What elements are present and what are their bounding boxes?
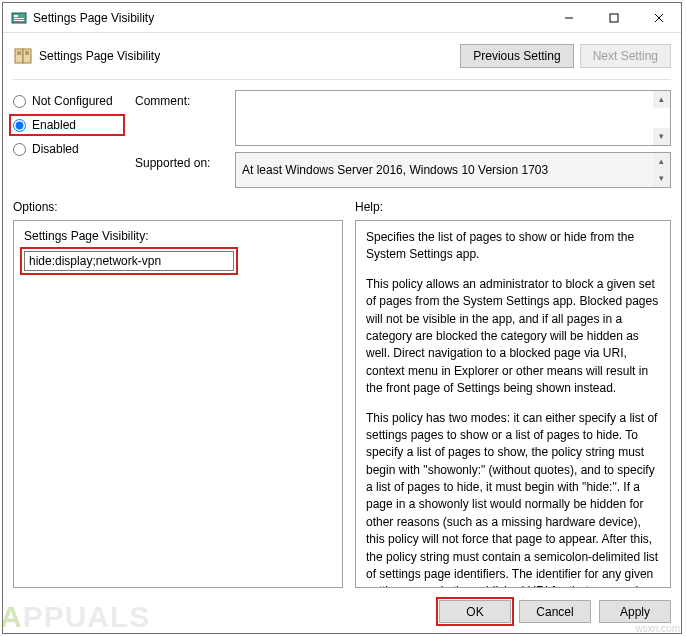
minimize-button[interactable] <box>546 3 591 32</box>
window-title: Settings Page Visibility <box>33 11 546 25</box>
help-header: Help: <box>355 200 671 214</box>
comment-row: Comment: ▴ ▾ <box>135 90 671 146</box>
supported-scroll: ▴ ▾ <box>653 153 670 187</box>
dialog-buttons: OK Cancel Apply <box>13 594 671 623</box>
scroll-up-icon[interactable]: ▴ <box>653 153 670 170</box>
next-setting-button[interactable]: Next Setting <box>580 44 671 68</box>
close-button[interactable] <box>636 3 681 32</box>
policy-title: Settings Page Visibility <box>39 49 454 63</box>
supported-textarea: At least Windows Server 2016, Windows 10… <box>235 152 671 188</box>
cancel-button[interactable]: Cancel <box>519 600 591 623</box>
help-paragraph: This policy has two modes: it can either… <box>366 410 660 588</box>
header-row: Settings Page Visibility Previous Settin… <box>13 41 671 71</box>
previous-setting-button[interactable]: Previous Setting <box>460 44 573 68</box>
comment-label: Comment: <box>135 90 225 146</box>
radio-enabled-label: Enabled <box>32 118 76 132</box>
supported-label: Supported on: <box>135 152 225 188</box>
svg-rect-3 <box>14 20 24 21</box>
scroll-down-icon[interactable]: ▾ <box>653 128 670 145</box>
policy-icon <box>13 46 33 66</box>
radio-not-configured[interactable]: Not Configured <box>13 94 121 108</box>
options-header: Options: <box>13 200 343 214</box>
scroll-up-icon[interactable]: ▴ <box>653 91 670 108</box>
svg-rect-8 <box>15 49 23 63</box>
radio-enabled-input[interactable] <box>13 119 26 132</box>
radio-enabled[interactable]: Enabled <box>13 118 121 132</box>
svg-rect-5 <box>610 14 618 22</box>
supported-row: Supported on: At least Windows Server 20… <box>135 152 671 188</box>
panels: Settings Page Visibility: Specifies the … <box>13 220 671 588</box>
maximize-button[interactable] <box>591 3 636 32</box>
help-paragraph: Specifies the list of pages to show or h… <box>366 229 660 264</box>
radio-not-configured-label: Not Configured <box>32 94 113 108</box>
setting-field-label: Settings Page Visibility: <box>24 229 332 243</box>
svg-rect-9 <box>23 49 31 63</box>
dialog-window: Settings Page Visibility Settings Page V… <box>2 2 682 634</box>
radio-disabled[interactable]: Disabled <box>13 142 121 156</box>
svg-rect-1 <box>14 15 18 17</box>
radio-disabled-input[interactable] <box>13 143 26 156</box>
scroll-down-icon[interactable]: ▾ <box>653 170 670 187</box>
app-icon <box>11 10 27 26</box>
options-panel: Settings Page Visibility: <box>13 220 343 588</box>
comment-textarea[interactable]: ▴ ▾ <box>235 90 671 146</box>
window-buttons <box>546 3 681 32</box>
radio-not-configured-input[interactable] <box>13 95 26 108</box>
state-radio-group: Not Configured Enabled Disabled <box>13 90 121 188</box>
titlebar: Settings Page Visibility <box>3 3 681 33</box>
section-headers: Options: Help: <box>13 200 671 214</box>
help-panel: Specifies the list of pages to show or h… <box>355 220 671 588</box>
comment-scroll: ▴ ▾ <box>653 91 670 145</box>
supported-value: At least Windows Server 2016, Windows 10… <box>242 162 548 179</box>
settings-page-visibility-input[interactable] <box>24 251 234 271</box>
radio-disabled-label: Disabled <box>32 142 79 156</box>
ok-button[interactable]: OK <box>439 600 511 623</box>
divider <box>13 79 671 80</box>
help-paragraph: This policy allows an administrator to b… <box>366 276 660 398</box>
apply-button[interactable]: Apply <box>599 600 671 623</box>
svg-rect-2 <box>14 18 24 19</box>
upper-section: Not Configured Enabled Disabled Comment: <box>13 90 671 188</box>
